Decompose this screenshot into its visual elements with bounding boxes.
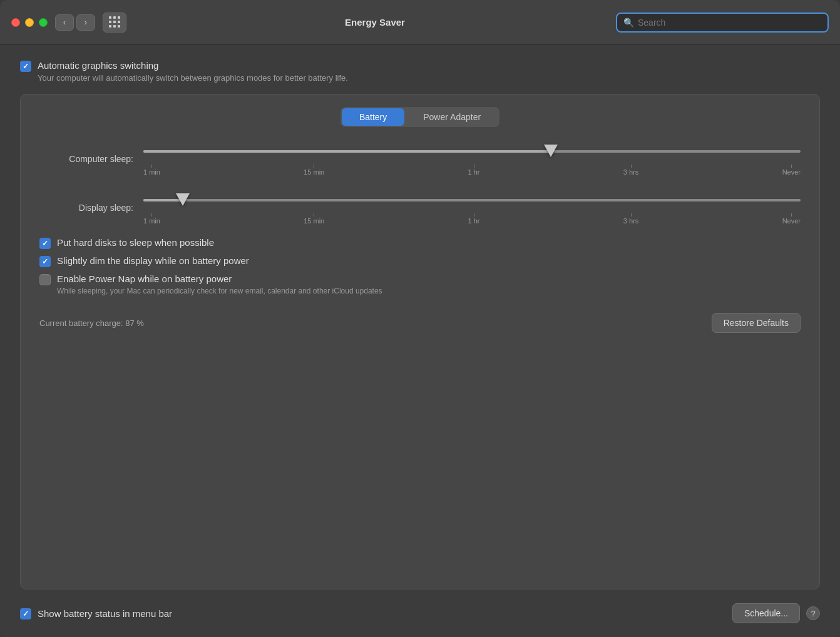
hard-disks-section: ✓ Put hard disks to sleep when possible bbox=[39, 237, 801, 249]
checkmark-icon: ✓ bbox=[42, 239, 48, 248]
computer-sleep-track bbox=[143, 150, 801, 153]
thumb-shape-icon bbox=[176, 193, 190, 206]
nav-buttons: ‹ › bbox=[55, 14, 95, 31]
display-sleep-track bbox=[143, 199, 801, 201]
main-content: ✓ Automatic graphics switching Your comp… bbox=[0, 45, 840, 637]
power-nap-label: Enable Power Nap while on battery power bbox=[57, 273, 232, 284]
computer-sleep-label: Computer sleep: bbox=[39, 154, 133, 164]
tab-power-adapter[interactable]: Power Adapter bbox=[406, 108, 498, 126]
tick-bar-icon bbox=[151, 165, 152, 168]
checkboxes-section: ✓ Put hard disks to sleep when possible … bbox=[39, 237, 801, 295]
tick-never: Never bbox=[782, 165, 801, 176]
auto-graphics-checkbox[interactable]: ✓ bbox=[20, 61, 31, 72]
tick-bar-icon bbox=[631, 213, 632, 217]
checkmark-icon: ✓ bbox=[23, 609, 29, 618]
tick-label-1hr: 1 hr bbox=[468, 168, 480, 176]
tick-1hr: 1 hr bbox=[468, 165, 480, 176]
tick-label-15min: 15 min bbox=[304, 168, 324, 176]
show-battery-label: Show battery status in menu bar bbox=[38, 608, 172, 619]
hard-disks-checkbox[interactable]: ✓ bbox=[39, 238, 51, 249]
slider-section: Computer sleep: bbox=[39, 142, 801, 225]
schedule-button[interactable]: Schedule... bbox=[732, 603, 800, 623]
power-nap-subtext: While sleeping, your Mac can periodicall… bbox=[57, 287, 801, 295]
help-button[interactable]: ? bbox=[806, 606, 820, 620]
tick-15min: 15 min bbox=[304, 165, 324, 176]
computer-sleep-row: Computer sleep: bbox=[39, 142, 801, 176]
tick-bar-icon bbox=[314, 165, 314, 168]
tick-bar-icon bbox=[791, 165, 792, 168]
computer-sleep-thumb[interactable] bbox=[544, 145, 558, 158]
grid-view-button[interactable] bbox=[103, 13, 126, 33]
tick-bar-icon bbox=[474, 165, 474, 168]
forward-button[interactable]: › bbox=[76, 14, 95, 31]
settings-panel: Battery Power Adapter Computer sleep: bbox=[20, 94, 820, 589]
tick-label-15min-d: 15 min bbox=[304, 217, 324, 225]
auto-graphics-row: ✓ Automatic graphics switching Your comp… bbox=[20, 60, 820, 83]
display-sleep-label: Display sleep: bbox=[39, 203, 133, 213]
computer-sleep-fill bbox=[143, 150, 551, 153]
bottom-buttons: Schedule... ? bbox=[732, 603, 820, 623]
tick-15min-d: 15 min bbox=[304, 213, 324, 225]
power-nap-section: Enable Power Nap while on battery power … bbox=[39, 273, 801, 295]
power-nap-row: Enable Power Nap while on battery power bbox=[39, 273, 801, 285]
tick-never-d: Never bbox=[782, 213, 801, 225]
thumb-shape-icon bbox=[544, 145, 558, 157]
display-sleep-slider-container: 1 min 15 min 1 hr bbox=[143, 191, 801, 225]
window-title: Energy Saver bbox=[134, 17, 616, 28]
tick-bar-icon bbox=[474, 213, 474, 217]
search-box[interactable]: 🔍 bbox=[616, 13, 829, 33]
tab-battery[interactable]: Battery bbox=[342, 108, 404, 126]
restore-defaults-button[interactable]: Restore Defaults bbox=[712, 313, 801, 333]
tick-bar-icon bbox=[631, 165, 632, 168]
tick-bar-icon bbox=[314, 213, 314, 217]
display-sleep-ticks: 1 min 15 min 1 hr bbox=[143, 213, 801, 225]
bottom-row: ✓ Show battery status in menu bar Schedu… bbox=[20, 601, 820, 624]
back-button[interactable]: ‹ bbox=[55, 14, 74, 31]
tick-1hr-d: 1 hr bbox=[468, 213, 480, 225]
checkmark-icon: ✓ bbox=[23, 62, 29, 71]
computer-sleep-slider-container: 1 min 15 min 1 hr bbox=[143, 142, 801, 176]
forward-icon: › bbox=[85, 18, 87, 27]
tick-label-never-d: Never bbox=[782, 217, 801, 225]
battery-charge-row: Current battery charge: 87 % Restore Def… bbox=[39, 313, 801, 333]
tick-label-never: Never bbox=[782, 168, 801, 176]
window: ‹ › Energy Saver 🔍 ✓ Autom bbox=[0, 0, 840, 637]
tick-3hrs-d: 3 hrs bbox=[623, 213, 638, 225]
auto-graphics-text: Automatic graphics switching Your comput… bbox=[38, 60, 348, 83]
display-sleep-section: Display sleep: bbox=[39, 191, 801, 225]
hard-disks-row: ✓ Put hard disks to sleep when possible bbox=[39, 237, 801, 249]
dim-display-label: Slightly dim the display while on batter… bbox=[57, 255, 249, 266]
tick-3hrs: 3 hrs bbox=[623, 165, 638, 176]
close-button[interactable] bbox=[11, 18, 20, 27]
display-sleep-track-wrap bbox=[143, 191, 801, 210]
dim-display-row: ✓ Slightly dim the display while on batt… bbox=[39, 255, 801, 267]
tick-label-1min-d: 1 min bbox=[143, 217, 160, 225]
back-icon: ‹ bbox=[63, 18, 66, 27]
tick-bar-icon bbox=[791, 213, 792, 217]
tick-1min: 1 min bbox=[143, 165, 160, 176]
minimize-button[interactable] bbox=[25, 18, 34, 27]
computer-sleep-section: Computer sleep: bbox=[39, 142, 801, 176]
dim-display-section: ✓ Slightly dim the display while on batt… bbox=[39, 255, 801, 267]
traffic-lights bbox=[11, 18, 48, 27]
computer-sleep-ticks: 1 min 15 min 1 hr bbox=[143, 165, 801, 176]
tick-bar-icon bbox=[151, 213, 152, 217]
auto-graphics-description: Your computer will automatically switch … bbox=[38, 73, 348, 83]
maximize-button[interactable] bbox=[39, 18, 48, 27]
tab-bar: Battery Power Adapter bbox=[39, 107, 801, 127]
search-icon: 🔍 bbox=[623, 18, 634, 28]
power-nap-checkbox[interactable] bbox=[39, 274, 51, 285]
search-input[interactable] bbox=[638, 18, 821, 28]
grid-icon bbox=[109, 16, 121, 28]
tick-1min-d: 1 min bbox=[143, 213, 160, 225]
computer-sleep-track-wrap bbox=[143, 142, 801, 161]
display-sleep-thumb[interactable] bbox=[176, 193, 190, 207]
tick-label-1hr-d: 1 hr bbox=[468, 217, 480, 225]
show-battery-checkbox[interactable]: ✓ bbox=[20, 608, 31, 619]
tick-label-3hrs: 3 hrs bbox=[623, 168, 638, 176]
display-sleep-row: Display sleep: bbox=[39, 191, 801, 225]
titlebar: ‹ › Energy Saver 🔍 bbox=[0, 0, 840, 45]
show-battery-row: ✓ Show battery status in menu bar bbox=[20, 608, 172, 619]
dim-display-checkbox[interactable]: ✓ bbox=[39, 256, 51, 267]
checkmark-icon: ✓ bbox=[42, 257, 48, 266]
